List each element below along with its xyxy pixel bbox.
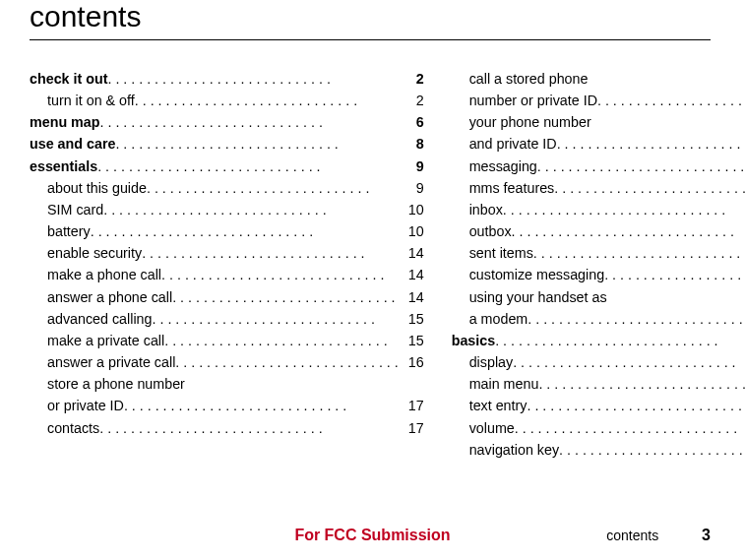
toc-entry: answer a phone call14 <box>30 286 424 308</box>
toc-entry: make a private call15 <box>30 330 424 351</box>
toc-dots <box>533 242 745 264</box>
toc-entry: main menu37 <box>452 373 745 395</box>
toc-entry-label: outbox <box>469 220 512 242</box>
toc-entry-label: or private ID <box>47 395 124 416</box>
toc-entry: basics36 <box>452 330 745 351</box>
toc-dots <box>153 308 399 330</box>
title-divider <box>30 39 711 40</box>
toc-dots <box>115 133 402 155</box>
toc-entry-label: enable security <box>47 242 142 264</box>
toc-entry: make a phone call14 <box>30 264 424 285</box>
toc-entry-label: battery <box>47 220 91 242</box>
toc-dots <box>97 156 403 177</box>
toc-entry-label: inbox <box>469 199 503 220</box>
toc-entry: store a phone number <box>30 373 424 395</box>
toc-entry-label: and private ID <box>469 133 557 155</box>
toc-entry: or private ID17 <box>30 395 424 416</box>
toc-entry-label: main menu <box>469 373 539 395</box>
toc-entry: sent items29 <box>452 242 745 264</box>
toc-entry: enable security14 <box>30 242 424 264</box>
toc-entry: text entry37 <box>452 395 745 416</box>
toc-dots <box>503 199 745 220</box>
toc-entry: display36 <box>452 351 745 373</box>
toc-entry-label: using your handset as <box>469 286 607 308</box>
toc-entry-label: navigation key <box>469 439 559 461</box>
toc-entry: check it out2 <box>30 68 424 90</box>
fcc-notice: For FCC Submission <box>0 527 745 544</box>
toc-dots <box>527 395 745 416</box>
toc-entry: number or private ID18 <box>452 90 745 111</box>
toc-dots <box>604 264 745 285</box>
toc-entry-page: 17 <box>399 417 424 439</box>
toc-entry: advanced calling15 <box>30 308 424 330</box>
toc-entry: mms features19 <box>452 177 745 199</box>
toc-entry-label: display <box>469 351 514 373</box>
toc-entry-label: volume <box>469 417 515 439</box>
toc-entry: using your handset as <box>452 286 745 308</box>
toc-entry-page: 14 <box>399 286 424 308</box>
toc-entry: inbox23 <box>452 199 745 220</box>
toc-dots <box>142 242 399 264</box>
toc-entry-label: turn it on & off <box>47 90 135 111</box>
toc-entry-label: basics <box>452 330 496 351</box>
toc-entry-label: advanced calling <box>47 308 153 330</box>
toc-entry-label: messaging <box>469 156 537 177</box>
toc-entry-page: 14 <box>399 242 424 264</box>
toc-entry-label: number or private ID <box>469 90 597 111</box>
toc-entry-page: 17 <box>399 395 424 416</box>
toc-dots <box>124 395 399 416</box>
toc-entry-label: sent items <box>469 242 533 264</box>
toc-dots <box>557 133 745 155</box>
toc-entry-label: answer a private call <box>47 351 175 373</box>
toc-entry: a modem35 <box>452 308 745 330</box>
toc-entry: use and care8 <box>30 133 424 155</box>
toc-entry-label: make a phone call <box>47 264 161 285</box>
toc-dots <box>103 199 399 220</box>
toc-entry-page: 8 <box>403 133 424 155</box>
toc-dots <box>537 156 745 177</box>
toc-dots <box>513 351 745 373</box>
page-footer: For FCC Submission contents 3 <box>0 527 745 544</box>
toc-entry: menu map6 <box>30 111 424 133</box>
toc-entry-label: menu map <box>30 111 100 133</box>
toc-dots <box>161 264 399 285</box>
toc-entry-label: essentials <box>30 156 97 177</box>
toc-entry-label: store a phone number <box>47 373 185 395</box>
toc-entry-page: 6 <box>403 111 424 133</box>
toc-entry-page: 2 <box>403 90 424 111</box>
toc-entry-label: SIM card <box>47 199 103 220</box>
toc-dots <box>495 330 745 351</box>
toc-entry: and private ID18 <box>452 133 745 155</box>
toc-dots <box>147 177 403 199</box>
page-title: contents <box>30 0 711 33</box>
toc-dots <box>559 439 745 461</box>
toc-columns: check it out2turn it on & off2menu map6u… <box>30 68 711 462</box>
toc-entry: about this guide9 <box>30 177 424 199</box>
toc-entry-label: about this guide <box>47 177 147 199</box>
toc-dots <box>135 90 403 111</box>
toc-dots <box>175 351 398 373</box>
toc-entry-label: call a stored phone <box>469 68 589 90</box>
toc-column-2: call a stored phonenumber or private ID1… <box>452 68 745 462</box>
toc-entry-label: answer a phone call <box>47 286 172 308</box>
toc-entry: your phone number <box>452 111 745 133</box>
toc-entry-page: 15 <box>399 330 424 351</box>
toc-entry: navigation key40 <box>452 439 745 461</box>
toc-entry-label: a modem <box>469 308 528 330</box>
toc-dots <box>538 373 745 395</box>
toc-dots <box>528 308 745 330</box>
toc-entry-label: check it out <box>30 68 107 90</box>
toc-dots <box>172 286 399 308</box>
toc-entry-page: 10 <box>399 220 424 242</box>
toc-entry: answer a private call16 <box>30 351 424 373</box>
toc-dots <box>164 330 399 351</box>
toc-entry-label: mms features <box>469 177 555 199</box>
toc-column-1: check it out2turn it on & off2menu map6u… <box>30 68 424 462</box>
toc-entry-page: 10 <box>399 199 424 220</box>
toc-entry: customize messaging29 <box>452 264 745 285</box>
toc-entry-label: make a private call <box>47 330 164 351</box>
toc-entry: volume40 <box>452 417 745 439</box>
toc-entry: messaging18 <box>452 156 745 177</box>
toc-dots <box>597 90 745 111</box>
toc-entry-label: customize messaging <box>469 264 604 285</box>
